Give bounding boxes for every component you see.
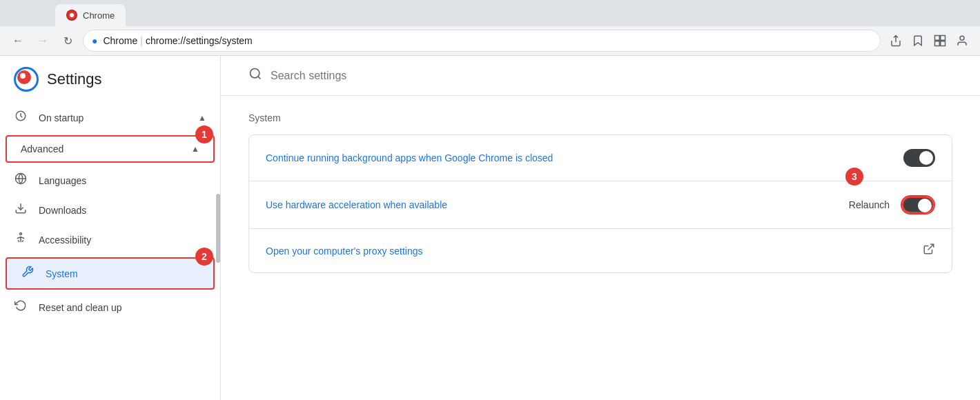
background-apps-right <box>903 149 935 167</box>
annotation-2: 2 <box>195 248 213 266</box>
address-url: chrome://settings/system <box>146 35 253 46</box>
sidebar-item-advanced[interactable]: Advanced ▲ <box>6 135 215 163</box>
svg-rect-3 <box>941 41 945 46</box>
proxy-settings-label: Open your computer's proxy settings <box>266 246 423 257</box>
reset-icon <box>14 299 28 315</box>
proxy-right <box>923 243 935 259</box>
sidebar-item-on-startup[interactable]: On startup ▲ <box>0 103 220 132</box>
on-startup-label: On startup <box>39 112 84 123</box>
tab-bar: Chrome <box>0 0 980 26</box>
sidebar-item-downloads[interactable]: Downloads <box>0 195 220 225</box>
svg-point-4 <box>960 36 964 40</box>
accessibility-icon <box>14 232 28 248</box>
bookmark-button[interactable] <box>908 31 928 50</box>
search-icon <box>248 67 262 84</box>
hardware-accel-toggle[interactable] <box>901 195 935 214</box>
page: Settings On startup ▲ Advanced ▲ <box>0 56 980 400</box>
settings-row-proxy[interactable]: Open your computer's proxy settings <box>249 229 952 272</box>
sidebar-item-accessibility[interactable]: Accessibility <box>0 225 220 254</box>
svg-line-10 <box>928 244 934 250</box>
section-title: System <box>248 112 952 123</box>
toolbar-icons <box>886 31 972 50</box>
svg-rect-0 <box>935 36 940 41</box>
address-pipe: | <box>140 35 143 46</box>
active-tab[interactable]: Chrome <box>55 4 126 26</box>
search-bar <box>248 67 663 84</box>
annotation-3: 3 <box>845 168 863 186</box>
search-bar-container <box>221 56 980 96</box>
main-content: System Continue running background apps … <box>221 56 980 400</box>
settings-card: Continue running background apps when Go… <box>248 134 952 273</box>
languages-icon <box>14 172 28 188</box>
svg-rect-2 <box>935 41 940 46</box>
settings-logo <box>14 67 39 92</box>
forward-button[interactable]: → <box>33 31 52 50</box>
address-text: Chrome | chrome://settings/system <box>103 35 252 46</box>
settings-header: Settings <box>0 56 220 103</box>
sidebar-item-reset[interactable]: Reset and clean up <box>0 292 220 322</box>
annotation-1: 1 <box>195 126 213 143</box>
sidebar-item-languages[interactable]: Languages <box>0 166 220 195</box>
downloads-label: Downloads <box>39 205 86 216</box>
reset-label: Reset and clean up <box>39 302 122 313</box>
back-button[interactable]: ← <box>8 31 28 50</box>
site-icon: ● <box>92 35 97 46</box>
address-site: Chrome <box>103 35 137 46</box>
on-startup-icon <box>14 110 28 126</box>
background-apps-toggle[interactable] <box>903 149 935 167</box>
settings-row-hardware: Use hardware acceleration when available… <box>249 181 952 229</box>
browser-chrome: Chrome ← → ↻ ● Chrome | chrome://setting… <box>0 0 980 56</box>
on-startup-arrow: ▲ <box>198 113 206 123</box>
settings-title: Settings <box>47 70 102 88</box>
extensions-button[interactable] <box>930 31 950 50</box>
content-area: System Continue running background apps … <box>221 96 980 290</box>
nav-bar: ← → ↻ ● Chrome | chrome://settings/syste… <box>0 26 980 55</box>
external-link-icon <box>923 243 935 259</box>
svg-point-9 <box>251 69 259 78</box>
tab-title: Chrome <box>83 10 115 21</box>
reload-button[interactable]: ↻ <box>58 31 77 50</box>
system-label: System <box>46 268 78 279</box>
hardware-accel-label: Use hardware acceleration when available <box>266 199 447 210</box>
advanced-section-wrapper: Advanced ▲ 1 <box>0 135 220 163</box>
downloads-icon <box>14 202 28 218</box>
advanced-arrow: ▲ <box>191 144 199 154</box>
hardware-accel-right: Relaunch 3 <box>849 195 935 214</box>
share-button[interactable] <box>886 31 905 50</box>
profile-button[interactable] <box>952 31 972 50</box>
sidebar-item-system[interactable]: System <box>6 257 215 290</box>
svg-point-8 <box>20 233 22 235</box>
background-apps-label: Continue running background apps when Go… <box>266 152 553 163</box>
system-icon <box>21 266 35 281</box>
hardware-toggle-wrapper: 3 <box>901 195 935 214</box>
address-bar[interactable]: ● Chrome | chrome://settings/system <box>83 30 881 52</box>
svg-rect-1 <box>941 36 945 41</box>
sidebar: Settings On startup ▲ Advanced ▲ <box>0 56 221 400</box>
accessibility-label: Accessibility <box>39 234 91 246</box>
tab-favicon <box>66 10 77 21</box>
toggle-thumb-hardware <box>918 199 932 212</box>
advanced-label: Advanced <box>21 143 63 154</box>
relaunch-text: Relaunch <box>849 199 890 210</box>
toggle-thumb <box>919 151 933 165</box>
system-section-wrapper: System 2 <box>0 257 220 290</box>
languages-label: Languages <box>39 175 86 186</box>
search-input[interactable] <box>271 70 478 82</box>
